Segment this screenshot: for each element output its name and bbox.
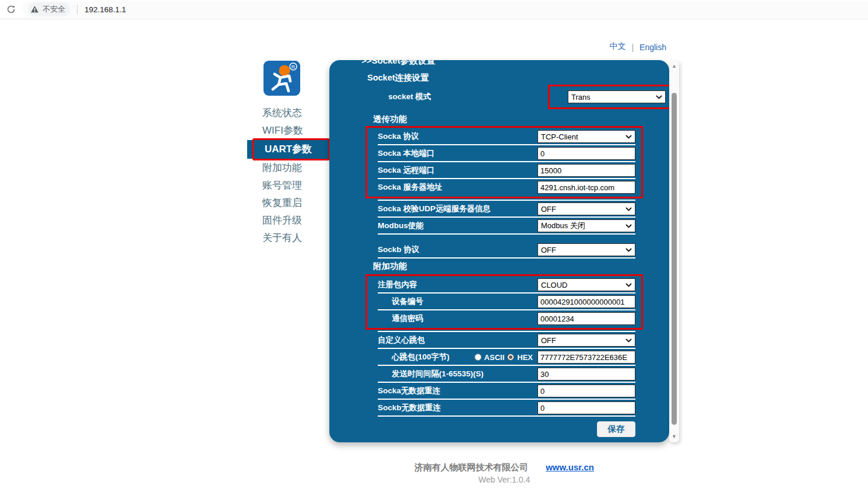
ascii-radio[interactable] — [475, 354, 482, 361]
sockb-protocol-select[interactable]: OFF — [537, 243, 635, 256]
row-separator — [378, 365, 635, 366]
address-separator — [77, 5, 78, 14]
chevron-down-icon — [625, 248, 632, 252]
row-label: 通信密码 — [378, 313, 537, 324]
section-socket-connection: Socket连接设置 — [367, 72, 669, 83]
lang-english-link[interactable]: English — [639, 43, 666, 52]
socka-group-highlight-box: Socka 协议 TCP-Client Socka 本地端口 — [366, 126, 643, 198]
hex-radio-label: HEX — [517, 353, 533, 362]
language-bar: 中文 | English — [0, 19, 679, 52]
row-communication-password: 通信密码 — [378, 312, 635, 325]
device-id-input[interactable] — [537, 295, 635, 308]
row-separator — [378, 415, 635, 417]
warning-triangle-icon — [30, 5, 39, 13]
address-bar[interactable]: 不安全 192.168.1.1 — [22, 1, 868, 18]
web-version: Web Ver:1.0.4 — [329, 475, 679, 484]
save-button[interactable]: 保存 — [597, 421, 635, 437]
row-separator — [378, 161, 635, 162]
row-socka-protocol: Socka 协议 TCP-Client — [378, 130, 635, 143]
heartbeat-packet-input[interactable] — [537, 351, 635, 364]
row-modbus-enable: Modbus使能 Modbus 关闭 — [378, 219, 635, 232]
heartbeat-format-radios: ASCII HEX — [475, 353, 533, 362]
row-separator — [378, 382, 635, 383]
sidebar-item-firmware-upgrade[interactable]: 固件升级 — [247, 212, 329, 229]
scrollbar-down-arrow[interactable]: ▼ — [669, 432, 679, 441]
sidebar-item-additional-functions[interactable]: 附加功能 — [247, 159, 329, 177]
chevron-down-icon — [625, 283, 632, 287]
lang-separator: | — [631, 43, 634, 52]
row-separator — [378, 331, 635, 332]
row-label: 注册包内容 — [378, 280, 537, 290]
section-additional: 附加功能 — [373, 261, 635, 272]
sidebar-nav: 系统状态 WIFI参数 UART参数 附加功能 账号管理 恢复重启 固件升级 关… — [247, 104, 329, 247]
ascii-radio-label: ASCII — [484, 353, 505, 362]
security-chip[interactable]: 不安全 — [28, 2, 70, 16]
main-panel-wrap: >>Socket参数设置 Socket连接设置 socket 模式 Trans … — [329, 60, 679, 442]
row-separator — [378, 216, 635, 218]
select-value: CLOUD — [541, 281, 568, 289]
row-label: 发送时间间隔(1-65535)(S) — [378, 369, 537, 379]
row-label: Socka 校验UDP远端服务器信息 — [378, 204, 537, 214]
select-value: TCP-Client — [541, 132, 578, 141]
website-link[interactable]: www.usr.cn — [546, 462, 594, 472]
sidebar-item-system-status[interactable]: 系统状态 — [247, 104, 329, 122]
modbus-enable-select[interactable]: Modbus 关闭 — [537, 219, 635, 232]
form-rows: Socka 协议 TCP-Client Socka 本地端口 — [378, 126, 635, 437]
socka-protocol-select[interactable]: TCP-Client — [537, 130, 635, 143]
chevron-down-icon — [625, 135, 632, 139]
company-name: 济南有人物联网技术有限公司 — [414, 462, 528, 472]
sidebar-item-account-management[interactable]: 账号管理 — [247, 177, 329, 194]
security-text: 不安全 — [43, 4, 65, 15]
row-socka-local-port: Socka 本地端口 — [378, 147, 635, 160]
row-socka-udp-check: Socka 校验UDP远端服务器信息 OFF — [378, 202, 635, 215]
row-separator — [378, 200, 635, 201]
sidebar-item-uart-params[interactable]: UART参数 — [247, 140, 329, 159]
save-row: 保存 — [378, 421, 635, 437]
socket-mode-select[interactable]: Trans — [568, 90, 666, 103]
row-sockb-reconnect: Sockb无数据重连 — [378, 401, 635, 414]
row-label: Sockb无数据重连 — [378, 403, 537, 413]
row-label: Sockb 协议 — [378, 244, 537, 255]
row-label: 心跳包(100字节) — [378, 352, 475, 362]
select-value: Modbus 关闭 — [541, 221, 585, 231]
row-socka-server-address: Socka 服务器地址 — [378, 181, 635, 194]
hex-radio[interactable] — [507, 354, 514, 361]
section-transparent: 透传功能 — [373, 114, 669, 125]
communication-password-input[interactable] — [537, 312, 635, 325]
sidebar-item-wifi-params[interactable]: WIFI参数 — [247, 122, 329, 139]
row-label: 自定义心跳包 — [378, 335, 537, 345]
lang-chinese-link[interactable]: 中文 — [609, 41, 625, 52]
scrollbar-up-arrow[interactable]: ▲ — [669, 61, 679, 71]
registration-packet-select[interactable]: CLOUD — [537, 278, 635, 291]
send-interval-input[interactable] — [537, 368, 635, 380]
panel-scrollbar[interactable]: ▲ ▼ — [669, 60, 679, 442]
row-separator — [378, 292, 635, 294]
row-send-interval: 发送时间间隔(1-65535)(S) — [378, 368, 635, 380]
sockb-reconnect-input[interactable] — [537, 401, 635, 414]
row-label: Socka 服务器地址 — [378, 182, 537, 193]
sidebar-item-about-usr[interactable]: 关于有人 — [247, 229, 329, 247]
select-value: OFF — [541, 336, 556, 345]
custom-heartbeat-select[interactable]: OFF — [537, 334, 635, 347]
socket-mode-row: socket 模式 Trans — [378, 83, 669, 110]
scrollbar-thumb[interactable] — [672, 93, 677, 425]
row-socka-reconnect: Socka无数据重连 — [378, 385, 635, 397]
row-separator — [378, 178, 635, 179]
chevron-down-icon — [625, 338, 632, 343]
row-label: 设备编号 — [378, 296, 537, 307]
socket-mode-value: Trans — [571, 93, 591, 102]
socka-server-address-input[interactable] — [537, 181, 635, 194]
url-text[interactable]: 192.168.1.1 — [85, 5, 126, 14]
socka-reconnect-input[interactable] — [537, 385, 635, 397]
socka-remote-port-input[interactable] — [537, 164, 635, 177]
row-separator — [378, 348, 635, 349]
sidebar-item-restore-restart[interactable]: 恢复重启 — [247, 194, 329, 212]
row-device-id: 设备编号 — [378, 295, 635, 308]
socka-udp-check-select[interactable]: OFF — [537, 202, 635, 215]
socket-mode-highlight-box: Trans — [548, 85, 669, 109]
reload-icon[interactable] — [5, 3, 17, 16]
row-separator — [378, 233, 635, 235]
socket-settings-panel: >>Socket参数设置 Socket连接设置 socket 模式 Trans … — [329, 60, 669, 442]
sidebar-item-uart-label: UART参数 — [265, 144, 312, 155]
socka-local-port-input[interactable] — [537, 147, 635, 160]
